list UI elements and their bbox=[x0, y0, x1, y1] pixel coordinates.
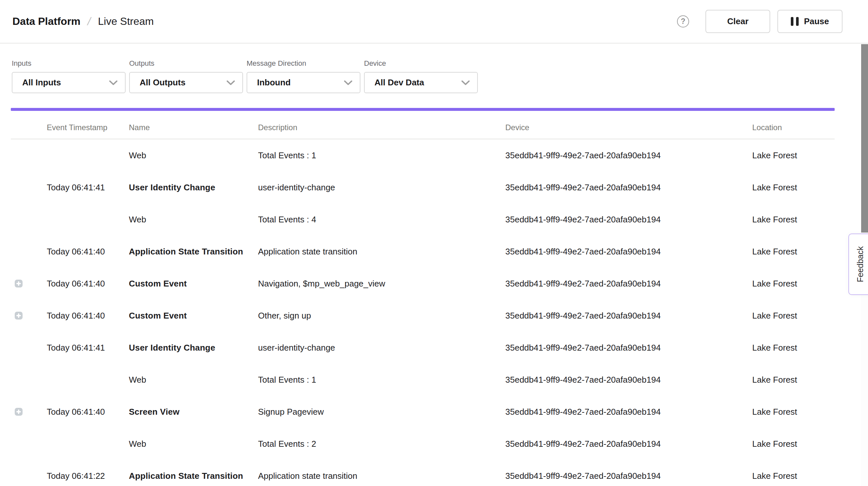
table-row[interactable]: Web Total Events : 1 35eddb41-9ff9-49e2-… bbox=[11, 364, 835, 396]
event-name: Web bbox=[129, 375, 258, 385]
column-header-timestamp: Event Timestamp bbox=[47, 123, 129, 132]
event-device: 35eddb41-9ff9-49e2-7aed-20afa90eb194 bbox=[505, 215, 752, 225]
event-description: Signup Pageview bbox=[258, 407, 505, 417]
event-timestamp: Today 06:41:41 bbox=[47, 343, 129, 353]
help-icon[interactable]: ? bbox=[677, 16, 689, 28]
event-description: Total Events : 2 bbox=[258, 439, 505, 449]
event-name: Application State Transition bbox=[129, 471, 258, 481]
event-description: Other, sign up bbox=[258, 311, 505, 321]
table-header-row: Event Timestamp Name Description Device … bbox=[11, 111, 835, 139]
event-name: User Identity Change bbox=[129, 343, 258, 353]
inputs-dropdown[interactable]: All Inputs bbox=[12, 72, 126, 93]
outputs-dropdown[interactable]: All Outputs bbox=[129, 72, 243, 93]
page-title: Live Stream bbox=[98, 16, 154, 28]
event-location: Lake Forest bbox=[752, 439, 835, 449]
event-name: User Identity Change bbox=[129, 182, 258, 193]
event-name: Application State Transition bbox=[129, 247, 258, 257]
event-name: Custom Event bbox=[129, 279, 258, 289]
filter-device-label: Device bbox=[364, 59, 478, 68]
message-direction-dropdown[interactable]: Inbound bbox=[247, 72, 361, 93]
event-location: Lake Forest bbox=[752, 343, 835, 353]
event-location: Lake Forest bbox=[752, 375, 835, 385]
feedback-tab[interactable]: Feedback bbox=[848, 234, 868, 295]
table-row[interactable]: Web Total Events : 4 35eddb41-9ff9-49e2-… bbox=[11, 204, 835, 236]
filter-message-direction: Message Direction Inbound bbox=[247, 59, 361, 93]
feedback-tab-label: Feedback bbox=[856, 246, 865, 282]
event-name: Web bbox=[129, 439, 258, 449]
event-description: user-identity-change bbox=[258, 182, 505, 193]
event-timestamp: Today 06:41:41 bbox=[47, 182, 129, 193]
breadcrumb: Data Platform / Live Stream bbox=[12, 15, 154, 28]
event-description: Application state transition bbox=[258, 247, 505, 257]
event-description: Navigation, $mp_web_page_view bbox=[258, 279, 505, 289]
event-description: user-identity-change bbox=[258, 343, 505, 353]
chevron-down-icon bbox=[109, 80, 118, 85]
top-bar: Data Platform / Live Stream ? Clear Paus… bbox=[0, 0, 868, 43]
event-timestamp: Today 06:41:40 bbox=[47, 311, 129, 321]
chevron-down-icon bbox=[226, 80, 235, 85]
device-dropdown[interactable]: All Dev Data bbox=[364, 72, 478, 93]
clear-button-label: Clear bbox=[727, 17, 748, 27]
event-device: 35eddb41-9ff9-49e2-7aed-20afa90eb194 bbox=[505, 150, 752, 160]
event-name: Custom Event bbox=[129, 311, 258, 321]
column-header-device: Device bbox=[505, 123, 752, 132]
event-table: Event Timestamp Name Description Device … bbox=[11, 111, 835, 486]
event-timestamp: Today 06:41:40 bbox=[47, 247, 129, 257]
event-device: 35eddb41-9ff9-49e2-7aed-20afa90eb194 bbox=[505, 439, 752, 449]
table-row[interactable]: Today 06:41:41 User Identity Change user… bbox=[11, 171, 835, 204]
pause-button-label: Pause bbox=[804, 17, 829, 27]
event-location: Lake Forest bbox=[752, 407, 835, 417]
chevron-down-icon bbox=[461, 80, 470, 85]
breadcrumb-section[interactable]: Data Platform bbox=[12, 16, 81, 28]
table-row[interactable]: Web Total Events : 1 35eddb41-9ff9-49e2-… bbox=[11, 139, 835, 171]
scrollbar-thumb[interactable] bbox=[861, 44, 868, 233]
filter-outputs: Outputs All Outputs bbox=[129, 59, 243, 93]
column-header-description: Description bbox=[258, 123, 505, 132]
filter-device: Device All Dev Data bbox=[364, 59, 478, 93]
pause-button[interactable]: Pause bbox=[777, 10, 842, 33]
table-row[interactable]: Web Total Events : 2 35eddb41-9ff9-49e2-… bbox=[11, 428, 835, 460]
event-timestamp: Today 06:41:40 bbox=[47, 279, 129, 289]
event-location: Lake Forest bbox=[752, 279, 835, 289]
event-description: Total Events : 1 bbox=[258, 150, 505, 160]
event-name: Web bbox=[129, 150, 258, 160]
event-device: 35eddb41-9ff9-49e2-7aed-20afa90eb194 bbox=[505, 182, 752, 193]
event-location: Lake Forest bbox=[752, 471, 835, 481]
event-device: 35eddb41-9ff9-49e2-7aed-20afa90eb194 bbox=[505, 471, 752, 481]
stream-progress-bar bbox=[11, 108, 835, 111]
event-timestamp: Today 06:41:40 bbox=[47, 407, 129, 417]
column-header-name: Name bbox=[129, 123, 258, 132]
event-device: 35eddb41-9ff9-49e2-7aed-20afa90eb194 bbox=[505, 407, 752, 417]
pause-icon bbox=[791, 17, 799, 26]
event-timestamp: Today 06:41:22 bbox=[47, 471, 129, 481]
filter-outputs-label: Outputs bbox=[129, 59, 243, 68]
event-location: Lake Forest bbox=[752, 182, 835, 193]
event-device: 35eddb41-9ff9-49e2-7aed-20afa90eb194 bbox=[505, 375, 752, 385]
filter-inputs: Inputs All Inputs bbox=[12, 59, 126, 93]
event-device: 35eddb41-9ff9-49e2-7aed-20afa90eb194 bbox=[505, 311, 752, 321]
expand-plus-icon[interactable] bbox=[15, 408, 23, 416]
breadcrumb-separator: / bbox=[86, 15, 92, 28]
table-row[interactable]: Today 06:41:41 User Identity Change user… bbox=[11, 332, 835, 364]
chevron-down-icon bbox=[344, 80, 352, 85]
filter-inputs-label: Inputs bbox=[12, 59, 126, 68]
event-description: Application state transition bbox=[258, 471, 505, 481]
table-row[interactable]: Today 06:41:40 Custom Event Other, sign … bbox=[11, 300, 835, 332]
message-direction-dropdown-value: Inbound bbox=[257, 78, 291, 88]
expand-plus-icon[interactable] bbox=[15, 312, 23, 320]
table-row[interactable]: Today 06:41:22 Application State Transit… bbox=[11, 460, 835, 486]
event-device: 35eddb41-9ff9-49e2-7aed-20afa90eb194 bbox=[505, 279, 752, 289]
table-body: Web Total Events : 1 35eddb41-9ff9-49e2-… bbox=[11, 139, 835, 486]
filter-message-direction-label: Message Direction bbox=[247, 59, 361, 68]
event-name: Web bbox=[129, 215, 258, 225]
event-location: Lake Forest bbox=[752, 311, 835, 321]
event-name: Screen View bbox=[129, 407, 258, 417]
event-device: 35eddb41-9ff9-49e2-7aed-20afa90eb194 bbox=[505, 247, 752, 257]
device-dropdown-value: All Dev Data bbox=[374, 78, 424, 88]
event-location: Lake Forest bbox=[752, 247, 835, 257]
table-row[interactable]: Today 06:41:40 Application State Transit… bbox=[11, 236, 835, 268]
table-row[interactable]: Today 06:41:40 Custom Event Navigation, … bbox=[11, 268, 835, 300]
expand-plus-icon[interactable] bbox=[15, 280, 23, 287]
clear-button[interactable]: Clear bbox=[706, 10, 770, 33]
table-row[interactable]: Today 06:41:40 Screen View Signup Pagevi… bbox=[11, 396, 835, 428]
